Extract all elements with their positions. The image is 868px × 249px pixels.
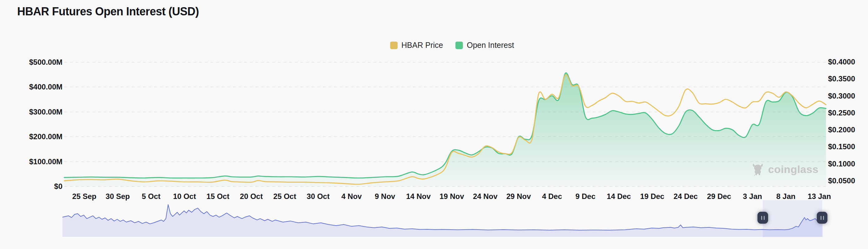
y-axis-right-tick: $0.3000	[828, 92, 855, 101]
x-axis-tick: 30 Sep	[105, 192, 130, 201]
x-axis-tick: 4 Nov	[341, 192, 362, 201]
chart-widget: HBAR Futures Open Interest (USD) HBAR Pr…	[0, 0, 868, 249]
x-axis-tick: 4 Dec	[542, 192, 562, 201]
x-axis-tick: 29 Dec	[707, 192, 731, 201]
coinglass-watermark: coinglass	[751, 162, 818, 176]
drag-bars-icon	[761, 216, 762, 220]
x-axis-tick: 25 Oct	[273, 192, 296, 201]
y-axis-left-tick: $100.00M	[10, 157, 62, 166]
navigator-left-handle[interactable]	[757, 212, 768, 224]
chart-canvas[interactable]	[0, 0, 868, 249]
legend: HBAR Price Open Interest	[390, 41, 514, 50]
x-axis-tick: 30 Oct	[307, 192, 330, 201]
hbar-price-legend-swatch-icon	[390, 42, 398, 49]
x-axis-tick: 25 Sep	[72, 192, 96, 201]
legend-item-open-interest[interactable]: Open Interest	[456, 41, 514, 50]
navigator-selected-range[interactable]	[763, 200, 822, 237]
x-axis-tick: 5 Oct	[142, 192, 160, 201]
x-axis-tick: 20 Oct	[240, 192, 262, 201]
y-axis-right-tick: $0.3500	[828, 75, 855, 83]
open-interest-legend-swatch-icon	[456, 42, 463, 49]
legend-label-open-interest: Open Interest	[467, 41, 514, 50]
coinglass-bull-icon	[751, 162, 765, 176]
y-axis-right-tick: $0.2000	[828, 126, 855, 134]
x-axis-tick: 19 Nov	[440, 192, 464, 201]
y-axis-left-tick: $500.00M	[10, 58, 62, 66]
x-axis-tick: 14 Dec	[607, 192, 631, 201]
coinglass-watermark-text: coinglass	[768, 163, 818, 175]
navigator-right-handle[interactable]	[817, 212, 828, 224]
x-axis-tick: 15 Oct	[206, 192, 229, 201]
y-axis-right-tick: $0.1500	[828, 142, 855, 151]
navigator-chart[interactable]	[62, 204, 823, 237]
x-axis-tick: 10 Oct	[173, 192, 196, 201]
y-axis-left-tick: $200.00M	[10, 132, 62, 141]
x-axis-tick: 24 Dec	[674, 192, 698, 201]
y-axis-left-tick: $400.00M	[10, 83, 62, 91]
y-axis-right-tick: $0.2500	[828, 109, 855, 117]
x-axis-tick: 29 Nov	[506, 192, 531, 201]
y-axis-right-tick: $0.0500	[828, 176, 855, 185]
x-axis-tick: 14 Nov	[406, 192, 431, 201]
drag-bars-icon	[820, 216, 822, 220]
x-axis-tick: 8 Jan	[776, 192, 795, 201]
x-axis-tick: 19 Dec	[640, 192, 664, 201]
y-axis-right-tick: $0.4000	[828, 58, 855, 66]
drag-bars-icon	[764, 216, 765, 220]
y-axis-left-tick: $0	[10, 182, 62, 191]
legend-item-hbar-price[interactable]: HBAR Price	[390, 41, 443, 50]
x-axis-tick: 9 Nov	[375, 192, 395, 201]
legend-label-hbar-price: HBAR Price	[402, 41, 443, 50]
chart-title: HBAR Futures Open Interest (USD)	[17, 5, 199, 18]
x-axis-tick: 9 Dec	[576, 192, 595, 201]
x-axis-tick: 24 Nov	[473, 192, 498, 201]
navigator-area	[62, 204, 823, 237]
y-axis-left-tick: $300.00M	[10, 108, 62, 116]
x-axis-tick: 13 Jan	[808, 192, 831, 201]
y-axis-right-tick: $0.1000	[828, 160, 855, 168]
x-axis-tick: 3 Jan	[743, 192, 762, 201]
drag-bars-icon	[823, 216, 824, 220]
